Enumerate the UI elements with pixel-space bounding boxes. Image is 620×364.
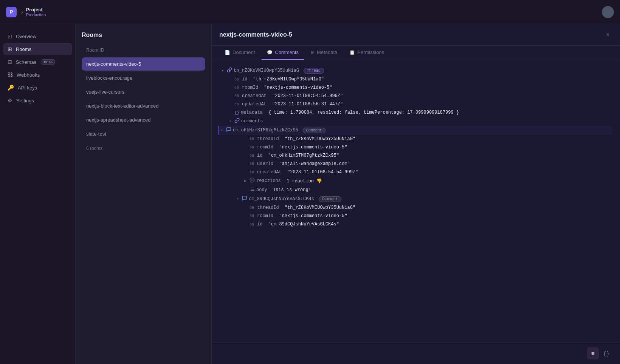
tree-value: "2023-11-01T08:54:54.999Z" bbox=[272, 93, 343, 99]
tree-row: ▾th_rZ8KoVMIUOwpY35UuN1aGThread bbox=[219, 66, 612, 75]
toggle-btn[interactable]: ▾ bbox=[220, 68, 225, 73]
comments-tab-icon: 💬 bbox=[267, 50, 273, 55]
tree-key: cm_oHkHzmSTM67gMtzkZCx95 bbox=[233, 128, 298, 133]
sidebar-item-label: Schemas bbox=[16, 59, 36, 65]
tree-key: reactions bbox=[256, 178, 281, 184]
detail-header: nextjs-comments-video-5 × bbox=[212, 24, 620, 46]
type-badge: Comment bbox=[303, 128, 326, 133]
permissions-tab-icon: 📋 bbox=[349, 50, 355, 55]
room-item[interactable]: vuejs-live-cursors bbox=[82, 85, 205, 99]
tab-label: Comments bbox=[275, 49, 299, 55]
topbar-left: P › Project Production bbox=[6, 7, 46, 17]
project-info: Project Production bbox=[26, 7, 46, 17]
tree-value: "2023-11-01T08:54:54.999Z" bbox=[287, 170, 358, 175]
tree-key: metadata bbox=[241, 110, 263, 115]
list-view-button[interactable]: ≡ bbox=[587, 347, 599, 359]
sidebar-item-webhooks[interactable]: ⛓ Webhooks bbox=[3, 69, 72, 81]
tree-key: userId bbox=[257, 161, 273, 167]
detail-title: nextjs-comments-video-5 bbox=[219, 31, 292, 38]
document-tab-icon: 📄 bbox=[225, 50, 230, 55]
sidebar-item-label: Rooms bbox=[16, 46, 31, 52]
tree-value: "cm_89dCQJshNuYeVAsGLCK4s" bbox=[268, 222, 339, 227]
toggle-btn[interactable]: ▾ bbox=[228, 119, 233, 124]
tree-key: id bbox=[257, 153, 262, 158]
tree-key: roomId bbox=[257, 145, 273, 150]
sidebar-item-api-keys[interactable]: 🔑 API keys bbox=[3, 82, 72, 94]
comment-icon bbox=[226, 127, 231, 134]
close-button[interactable]: × bbox=[603, 30, 612, 39]
sidebar-item-schemas[interactable]: ⊟ Schemas BETA bbox=[3, 56, 72, 68]
tree-value: "2023-11-01T08:56:31.447Z" bbox=[272, 102, 343, 107]
bottom-toolbar: ≡ { } bbox=[212, 342, 620, 364]
sidebar-item-label: Webhooks bbox=[17, 72, 40, 78]
tree-value: 1 reaction 👎 bbox=[287, 178, 322, 184]
room-item[interactable]: nextjs-spreadsheet-advanced bbox=[82, 113, 205, 126]
tree-row: 66userId "anjali-wanda@example.com" bbox=[219, 160, 612, 168]
tree-value: { time: 1.790084, resolved: false, timeP… bbox=[268, 110, 459, 115]
project-env: Production bbox=[26, 12, 46, 17]
detail-panel: nextjs-comments-video-5 × 📄 Document 💬 C… bbox=[212, 24, 620, 364]
project-name: Project bbox=[26, 7, 46, 12]
toggle-btn[interactable]: ▾ bbox=[235, 196, 240, 202]
tree-value: "nextjs-comments-video-5" bbox=[279, 213, 347, 219]
tree-key: cm_89dCQJshNuYeVAsGLCK4s bbox=[249, 196, 314, 202]
tree-key: createdAt bbox=[257, 170, 282, 175]
tab-permissions[interactable]: 📋 Permissions bbox=[344, 46, 389, 60]
room-item[interactable]: liveblocks-encourage bbox=[82, 71, 205, 85]
sidebar-item-settings[interactable]: ⚙ Settings bbox=[3, 94, 72, 106]
reactions-icon bbox=[250, 177, 255, 184]
json-view-button[interactable]: { } bbox=[600, 347, 612, 359]
type-badge: Thread bbox=[304, 68, 324, 74]
room-item[interactable]: slate-test bbox=[82, 127, 205, 140]
rooms-title: Rooms bbox=[82, 32, 205, 39]
link-icon bbox=[234, 118, 240, 125]
chevron-icon: › bbox=[21, 9, 23, 15]
tab-label: Permissions bbox=[357, 49, 384, 55]
list-icon bbox=[250, 187, 255, 193]
settings-icon: ⚙ bbox=[8, 97, 12, 103]
tab-document[interactable]: 📄 Document bbox=[219, 46, 260, 60]
tree-value: "nextjs-comments-video-5" bbox=[279, 145, 347, 150]
topbar: P › Project Production bbox=[0, 0, 620, 24]
tree-row: 66roomId "nextjs-comments-video-5" bbox=[219, 143, 612, 151]
type-badge: Comment bbox=[319, 196, 341, 202]
rooms-panel: Rooms Room ID nextjs-comments-video-5liv… bbox=[76, 24, 212, 364]
tree-row: body This is wrong! bbox=[219, 185, 612, 194]
tree-row: {}metadata { time: 1.790084, resolved: f… bbox=[219, 108, 612, 117]
beta-badge: BETA bbox=[42, 59, 55, 65]
tree-value: "nextjs-comments-video-5" bbox=[264, 85, 332, 90]
tree-row: 66threadId "th_rZ8KoVMIUOwpY35UuN1aG" bbox=[219, 204, 612, 212]
toggle-btn[interactable]: ▶ bbox=[243, 178, 248, 184]
svg-point-0 bbox=[250, 178, 254, 182]
tree-row: 66roomId "nextjs-comments-video-5" bbox=[219, 212, 612, 220]
tree-key: threadId bbox=[257, 205, 279, 210]
rooms-icon: ⊞ bbox=[8, 46, 12, 52]
sidebar-item-rooms[interactable]: ⊞ Rooms bbox=[3, 43, 72, 55]
comment-icon bbox=[242, 196, 247, 202]
tree-key: id bbox=[242, 77, 247, 82]
tree-value: "th_rZ8KoVMIUOwpY35UuN1aG" bbox=[285, 136, 355, 142]
tree-row: ▶reactions 1 reaction 👎 bbox=[219, 176, 612, 185]
tree-row: 66createdAt "2023-11-01T08:54:54.999Z" bbox=[219, 168, 612, 176]
tab-label: Metadata bbox=[317, 49, 337, 55]
tree-row: 66updatedAt "2023-11-01T08:56:31.447Z" bbox=[219, 100, 612, 108]
user-avatar[interactable] bbox=[602, 6, 614, 18]
toggle-btn[interactable]: ▾ bbox=[219, 128, 225, 133]
room-item[interactable]: nextjs-block-text-editor-advanced bbox=[82, 99, 205, 113]
curly-icon: {} bbox=[234, 110, 239, 116]
tree-key: roomId bbox=[242, 85, 258, 90]
tree-key: createdAt bbox=[242, 93, 267, 99]
tab-metadata[interactable]: ⊞ Metadata bbox=[305, 46, 343, 60]
room-item[interactable]: nextjs-comments-video-5 bbox=[82, 57, 205, 71]
tree-key: roomId bbox=[257, 213, 273, 219]
tree-row: ▾cm_89dCQJshNuYeVAsGLCK4sComment bbox=[219, 194, 612, 204]
tab-comments[interactable]: 💬 Comments bbox=[262, 46, 304, 60]
sidebar-item-overview[interactable]: ⊡ Overview bbox=[3, 30, 72, 42]
rooms-list: nextjs-comments-video-5liveblocks-encour… bbox=[82, 57, 205, 140]
link-icon bbox=[227, 67, 232, 74]
tree-value: This is wrong! bbox=[273, 187, 311, 193]
tree-value: "th_rZ8KoVMIUOwpY35UuN1aG" bbox=[253, 77, 324, 82]
tree-row: ▾comments bbox=[219, 117, 612, 126]
tree-key: comments bbox=[241, 119, 263, 124]
rooms-column-header: Room ID bbox=[82, 45, 205, 56]
